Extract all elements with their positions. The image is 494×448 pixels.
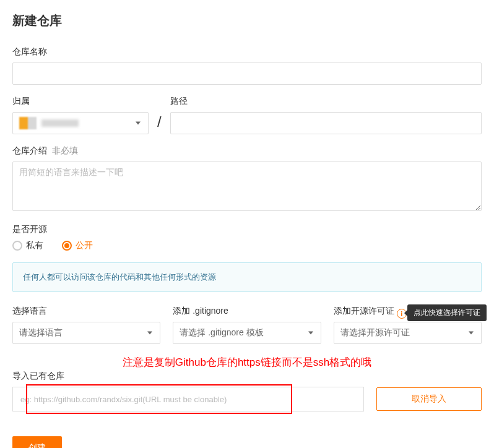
gitignore-select[interactable]: 请选择 .gitignore 模板 bbox=[173, 322, 321, 344]
path-field: 路径 bbox=[170, 96, 482, 134]
path-input[interactable] bbox=[170, 112, 482, 134]
repo-name-label: 仓库名称 bbox=[12, 46, 482, 58]
path-label: 路径 bbox=[170, 96, 482, 107]
description-optional: 非必填 bbox=[52, 145, 78, 155]
options-row: 选择语言 请选择语言 添加 .gitignore 请选择 .gitignore … bbox=[12, 306, 482, 344]
visibility-radio-group: 私有 公开 bbox=[12, 240, 482, 251]
owner-path-row: 归属 / 路径 bbox=[12, 96, 482, 134]
visibility-label: 是否开源 bbox=[12, 224, 482, 235]
language-label: 选择语言 bbox=[12, 306, 160, 317]
radio-private-circle bbox=[12, 241, 22, 251]
import-field: 导入已有仓库 取消导入 bbox=[12, 371, 482, 411]
cancel-import-button[interactable]: 取消导入 bbox=[376, 387, 482, 411]
language-select[interactable]: 请选择语言 bbox=[12, 322, 160, 344]
import-url-input[interactable] bbox=[12, 387, 364, 411]
gitignore-label: 添加 .gitignore bbox=[173, 306, 321, 317]
page-title: 新建仓库 bbox=[12, 12, 482, 29]
gitignore-field: 添加 .gitignore 请选择 .gitignore 模板 bbox=[173, 306, 321, 344]
create-button[interactable]: 创建 bbox=[12, 436, 62, 448]
owner-avatar bbox=[19, 117, 37, 129]
import-row: 取消导入 bbox=[12, 387, 482, 411]
annotation-text: 注意是复制Github仓库的https链接而不是ssh格式的哦 bbox=[12, 355, 482, 369]
license-field: 添加开源许可证 i 点此快速选择许可证 请选择开源许可证 bbox=[334, 306, 482, 344]
repo-name-field: 仓库名称 bbox=[12, 46, 482, 85]
description-label-text: 仓库介绍 bbox=[12, 145, 47, 155]
description-label: 仓库介绍 非必填 bbox=[12, 145, 482, 157]
owner-field: 归属 bbox=[12, 96, 149, 134]
description-field: 仓库介绍 非必填 bbox=[12, 145, 482, 213]
owner-select[interactable] bbox=[12, 112, 149, 134]
language-field: 选择语言 请选择语言 bbox=[12, 306, 160, 344]
owner-label: 归属 bbox=[12, 96, 149, 107]
license-select[interactable]: 请选择开源许可证 bbox=[334, 322, 482, 344]
visibility-info-box: 任何人都可以访问该仓库的代码和其他任何形式的资源 bbox=[12, 262, 482, 292]
visibility-field: 是否开源 私有 公开 bbox=[12, 224, 482, 251]
description-input[interactable] bbox=[12, 162, 482, 211]
radio-private-label: 私有 bbox=[26, 240, 43, 251]
import-label: 导入已有仓库 bbox=[12, 371, 482, 382]
radio-public-circle bbox=[62, 241, 72, 251]
radio-private[interactable]: 私有 bbox=[12, 240, 43, 251]
license-tooltip: 点此快速选择许可证 bbox=[407, 304, 487, 321]
radio-public[interactable]: 公开 bbox=[62, 240, 93, 251]
radio-public-label: 公开 bbox=[76, 240, 93, 251]
license-label: 添加开源许可证 bbox=[334, 306, 394, 317]
path-separator: / bbox=[157, 113, 162, 134]
repo-name-input[interactable] bbox=[12, 62, 482, 85]
owner-name-blurred bbox=[41, 119, 79, 127]
